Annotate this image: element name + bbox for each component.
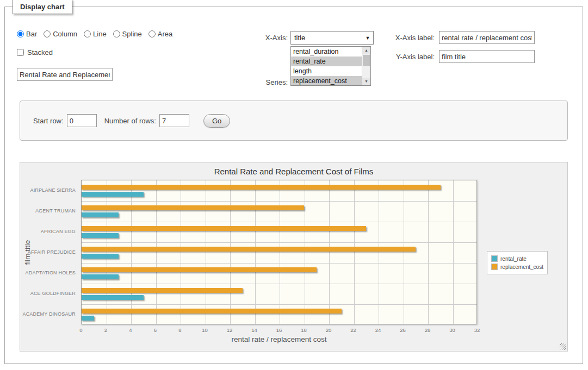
x-axis-select[interactable]: title ▼ <box>290 31 374 45</box>
gridline <box>280 180 280 324</box>
x-axis-title: rental rate / replacement cost <box>81 335 477 343</box>
x-axis-label-input[interactable] <box>439 31 535 44</box>
x-axis-label-field-label: X-Axis label: <box>380 34 435 42</box>
bar-rental_rate <box>82 233 119 238</box>
y-axis-label-field-label: Y-Axis label: <box>380 53 435 61</box>
bar-replacement_cost <box>82 247 416 252</box>
bar-replacement_cost <box>82 309 342 313</box>
chart-type-radio-spline[interactable] <box>113 30 120 37</box>
bar-rental_rate <box>82 212 119 217</box>
chart-type-options: BarColumnLineSplineArea <box>17 30 172 38</box>
x-tick-label: 18 <box>296 327 312 333</box>
chart-type-option-column[interactable]: Column <box>44 30 77 38</box>
gridline <box>428 180 429 324</box>
x-tick-label: 20 <box>320 327 337 333</box>
x-tick-label: 12 <box>221 327 238 333</box>
num-rows-input[interactable] <box>159 114 189 127</box>
stacked-checkbox-row[interactable]: Stacked <box>17 48 53 57</box>
gridline <box>82 284 476 284</box>
chart-type-option-area[interactable]: Area <box>148 30 172 38</box>
x-tick-label: 8 <box>172 327 188 333</box>
chart-type-label: Line <box>93 30 107 38</box>
chart-title-input[interactable] <box>17 68 113 81</box>
x-tick-label: 14 <box>246 327 263 333</box>
x-tick-label: 26 <box>395 327 411 333</box>
x-tick-label: 16 <box>271 327 287 333</box>
scroll-up-icon[interactable]: ▲ <box>362 47 370 54</box>
row-range-panel: Start row: Number of rows: Go <box>20 101 568 141</box>
chart-type-radio-column[interactable] <box>44 30 51 37</box>
bar-rental_rate <box>82 254 119 259</box>
gridline <box>82 222 476 222</box>
gridline <box>82 242 476 243</box>
chart-type-radio-area[interactable] <box>148 30 156 37</box>
series-listbox[interactable]: rental_durationrental_ratelengthreplacem… <box>290 46 371 86</box>
plot-area <box>81 180 477 324</box>
legend-label: replacement_cost <box>500 264 543 270</box>
x-tick-label: 6 <box>147 327 164 333</box>
legend-swatch-icon <box>491 255 498 262</box>
gridline <box>354 180 355 324</box>
y-axis-label-input[interactable] <box>439 50 535 63</box>
x-tick-label: 0 <box>73 327 89 333</box>
bar-rental_rate <box>82 192 144 197</box>
chart-type-label: Column <box>53 30 77 38</box>
gridline <box>379 180 379 324</box>
gridline <box>82 263 476 264</box>
select-dropdown-icon: ▼ <box>362 35 373 41</box>
series-option-rental_duration[interactable]: rental_duration <box>291 47 362 57</box>
x-tick-label: 32 <box>469 327 485 333</box>
x-tick-label: 22 <box>345 327 362 333</box>
x-tick-label: 28 <box>419 327 436 333</box>
x-tick-label: 2 <box>98 327 114 333</box>
series-option-rental_rate[interactable]: rental_rate <box>291 57 362 66</box>
gridline <box>329 180 330 324</box>
series-option-length[interactable]: length <box>291 66 362 76</box>
x-tick-label: 10 <box>197 327 213 333</box>
category-label: AIRPLANE SIERRA <box>30 187 76 193</box>
x-axis-selected-value: title <box>291 34 362 42</box>
chart-type-label: Area <box>158 30 172 38</box>
num-rows-label: Number of rows: <box>104 117 156 125</box>
x-tick-label: 4 <box>122 327 139 333</box>
chart-type-option-spline[interactable]: Spline <box>113 30 142 38</box>
x-tick-label: 30 <box>444 327 461 333</box>
x-axis-tick-labels: 02468101214161820222426283032 <box>81 327 478 334</box>
go-button[interactable]: Go <box>203 114 230 128</box>
legend-item-replacement_cost: replacement_cost <box>491 264 543 270</box>
gridline <box>181 180 181 324</box>
chart-type-label: Spline <box>122 30 142 38</box>
scrollbar-thumb[interactable] <box>363 55 370 66</box>
category-label: ADAPTATION HOLES <box>26 270 76 275</box>
bar-replacement_cost <box>82 185 441 190</box>
stacked-checkbox[interactable] <box>17 49 24 56</box>
gridline <box>453 180 454 324</box>
chart-type-option-line[interactable]: Line <box>84 30 107 38</box>
gridline <box>82 201 476 202</box>
resize-handle-icon[interactable] <box>560 343 566 350</box>
bar-replacement_cost <box>82 288 243 293</box>
gridline <box>255 180 256 324</box>
chart-legend: rental_ratereplacement_cost <box>487 251 548 274</box>
x-tick-label: 24 <box>370 327 386 333</box>
legend-item-rental_rate: rental_rate <box>491 255 543 262</box>
category-label: AGENT TRUMAN <box>35 208 76 214</box>
stacked-label: Stacked <box>27 48 53 57</box>
legend-label: rental_rate <box>500 256 527 262</box>
series-option-replacement_cost[interactable]: replacement_cost <box>291 76 362 86</box>
gridline <box>156 180 157 324</box>
chart-type-option-bar[interactable]: Bar <box>17 30 37 38</box>
gridline <box>230 180 231 324</box>
start-row-label: Start row: <box>33 117 64 125</box>
listbox-scrollbar[interactable]: ▲ ▼ <box>362 47 370 85</box>
category-label: ACE GOLDFINGER <box>30 291 76 296</box>
chart-type-label: Bar <box>26 30 37 38</box>
category-axis-labels: AIRPLANE SIERRAAGENT TRUMANAFRICAN EGGAF… <box>20 180 78 324</box>
start-row-input[interactable] <box>67 114 97 127</box>
scroll-down-icon[interactable]: ▼ <box>362 78 370 85</box>
bar-rental_rate <box>82 274 119 279</box>
bar-rental_rate <box>82 316 94 321</box>
chart-type-radio-bar[interactable] <box>17 30 24 37</box>
gridline <box>107 180 107 324</box>
chart-type-radio-line[interactable] <box>84 30 91 37</box>
